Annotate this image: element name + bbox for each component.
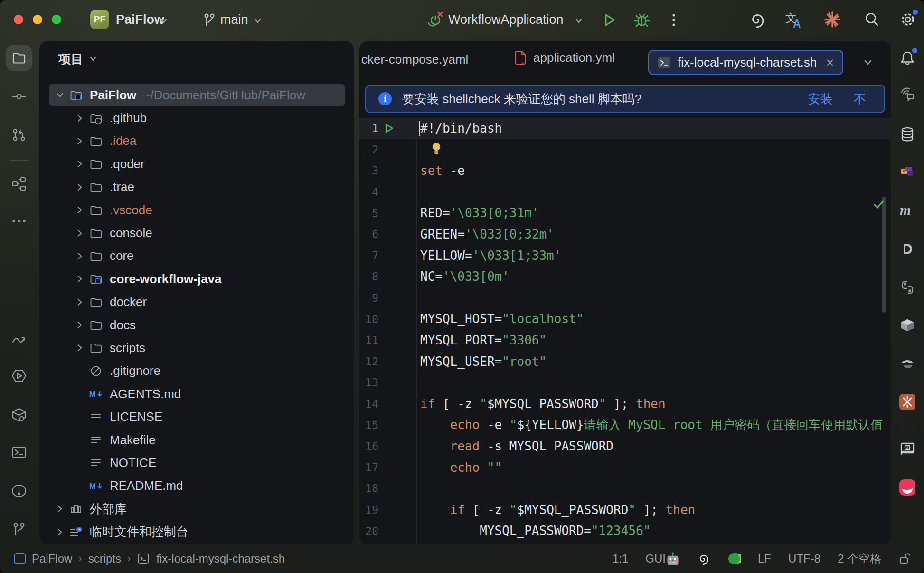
tree-item[interactable]: Makefile xyxy=(39,429,354,451)
more-tools-button[interactable] xyxy=(6,208,32,234)
run-tool-button[interactable] xyxy=(6,363,32,389)
run-configuration-selector[interactable]: WorkflowApplication xyxy=(448,12,564,27)
run-button[interactable] xyxy=(601,11,617,29)
tab-application-yml[interactable]: y application.yml xyxy=(514,49,615,66)
chevron-down-icon[interactable] xyxy=(52,87,68,103)
input-mode-widget[interactable]: GUI🤖 xyxy=(645,552,680,565)
tree-item[interactable]: MAGENTS.md xyxy=(39,382,354,405)
tab-docker-compose[interactable]: cker-compose.yaml xyxy=(361,52,468,67)
minimize-window-button[interactable] xyxy=(33,15,42,24)
version-control-tool-button[interactable] xyxy=(6,516,32,542)
tree-item[interactable]: .idea xyxy=(39,130,354,153)
tab-fix-local-mysql-charset[interactable]: fix-local-mysql-charset.sh xyxy=(648,50,843,75)
editor-scrollbar[interactable] xyxy=(882,197,886,313)
zoom-window-button[interactable] xyxy=(52,15,61,24)
mybatis-icon[interactable] xyxy=(895,160,920,185)
chevron-right-icon[interactable] xyxy=(72,340,88,356)
tree-item[interactable]: scripts xyxy=(39,336,354,359)
notifications-bell-icon[interactable] xyxy=(895,46,920,71)
tree-item[interactable]: .qoder xyxy=(39,153,354,175)
chevron-right-icon[interactable] xyxy=(72,133,88,149)
project-switcher[interactable]: PaiFlow xyxy=(116,12,164,27)
chevron-right-icon[interactable] xyxy=(72,317,88,333)
tree-item[interactable]: 临时文件和控制台 xyxy=(39,520,354,543)
spiral-status-icon[interactable] xyxy=(697,552,710,565)
close-window-button[interactable] xyxy=(14,15,23,24)
breadcrumb-file[interactable]: fix-local-mysql-charset.sh xyxy=(156,552,285,565)
intention-bulb-icon[interactable] xyxy=(431,142,442,156)
debug-button[interactable] xyxy=(633,10,651,29)
tree-item[interactable]: LICENSE xyxy=(39,405,354,428)
tree-item[interactable]: .vscode xyxy=(39,199,354,221)
breadcrumb-project[interactable]: PaiFlow xyxy=(32,552,72,565)
tree-item[interactable]: docs xyxy=(39,314,354,336)
tree-item[interactable]: core-workflow-java xyxy=(39,267,354,290)
breadcrumb-folder[interactable]: scripts xyxy=(88,552,121,565)
install-shellcheck-link[interactable]: 安装 xyxy=(808,91,833,107)
translate-icon[interactable]: 文A xyxy=(784,10,803,29)
commit-tool-button[interactable] xyxy=(6,84,32,109)
run-line-icon[interactable] xyxy=(383,123,395,134)
plugin-puzzle-icon[interactable] xyxy=(895,351,920,376)
chevron-right-icon[interactable] xyxy=(72,156,88,172)
chevron-right-icon[interactable] xyxy=(72,294,88,310)
spiral-icon[interactable] xyxy=(748,10,766,29)
chevron-right-icon[interactable] xyxy=(72,110,88,126)
orange-tools-icon[interactable] xyxy=(895,389,920,415)
chevron-right-icon[interactable] xyxy=(52,524,68,540)
pull-requests-tool-button[interactable] xyxy=(6,122,32,148)
project-tree[interactable]: PaiFlow~/Documents/GitHub/PaiFlow.github… xyxy=(39,84,354,544)
artifact-box-icon[interactable] xyxy=(895,313,920,338)
dismiss-link[interactable]: 不 xyxy=(854,91,866,107)
search-icon[interactable] xyxy=(863,11,880,28)
leaf-plugin-status-icon[interactable] xyxy=(727,552,741,565)
tree-item[interactable]: .gitignore xyxy=(39,360,354,382)
ai-assistant-icon[interactable] xyxy=(895,81,920,107)
tab-list-chevron-icon[interactable] xyxy=(862,56,874,68)
build-tool-button[interactable] xyxy=(6,402,32,428)
tree-item[interactable]: core xyxy=(39,245,354,267)
packages-icon[interactable] xyxy=(895,275,920,300)
indent-widget[interactable]: 2 个空格 xyxy=(838,551,881,566)
tree-item[interactable]: .trae xyxy=(39,176,354,199)
chevron-right-icon[interactable] xyxy=(72,271,88,287)
chevron-down-icon[interactable] xyxy=(88,54,98,64)
tree-item[interactable]: .github xyxy=(39,106,354,129)
close-tab-icon[interactable] xyxy=(825,58,835,67)
more-actions-kebab-icon[interactable] xyxy=(669,12,679,28)
chevron-right-icon[interactable] xyxy=(52,501,68,517)
chevron-right-icon[interactable] xyxy=(72,225,88,241)
terminal-tool-button[interactable] xyxy=(6,439,32,465)
tree-item-root[interactable]: PaiFlow~/Documents/GitHub/PaiFlow xyxy=(49,84,345,106)
starburst-icon[interactable] xyxy=(823,10,841,29)
code-editor[interactable]: 1#!/bin/bash23set -e45RED='\033[0;31m'6G… xyxy=(359,118,891,544)
dictionary-book-icon[interactable]: A xyxy=(895,436,920,462)
unlocked-icon[interactable] xyxy=(898,552,911,566)
tree-item[interactable]: NOTICE xyxy=(39,451,354,474)
tree-item[interactable]: docker xyxy=(39,291,354,314)
line-separator-widget[interactable]: LF xyxy=(758,552,771,565)
branch-switcher[interactable]: main xyxy=(220,12,248,27)
encoding-widget[interactable]: UTF-8 xyxy=(788,552,820,565)
chevron-right-icon[interactable] xyxy=(72,202,88,218)
red-swoosh-icon[interactable] xyxy=(895,475,920,500)
chevron-down-icon xyxy=(253,16,263,26)
maven-icon[interactable]: m xyxy=(895,198,920,223)
project-avatar[interactable]: PF xyxy=(90,10,109,29)
services-tool-button[interactable] xyxy=(6,326,32,352)
project-tool-button[interactable] xyxy=(6,45,32,71)
caret-position-widget[interactable]: 1:1 xyxy=(613,552,628,565)
structure-tool-button[interactable] xyxy=(6,171,32,197)
problems-tool-button[interactable] xyxy=(6,478,32,504)
code-line: 16 read -s MYSQL_PASSWORD xyxy=(359,436,891,457)
database-icon[interactable] xyxy=(895,122,920,147)
tree-item[interactable]: 外部库 xyxy=(39,497,354,520)
tree-item[interactable]: console xyxy=(39,221,354,244)
letter-d-plugin-icon[interactable] xyxy=(895,236,920,262)
tree-item[interactable]: MREADME.md xyxy=(39,475,354,497)
chevron-right-icon[interactable] xyxy=(72,248,88,264)
chevron-right-icon[interactable] xyxy=(72,179,88,195)
settings-gear-icon[interactable] xyxy=(899,11,916,28)
code-line: 12MYSQL_USER="root" xyxy=(359,351,891,372)
shellcheck-banner: i 要安装 shellcheck 来验证您的 shell 脚本吗? 安装 不 xyxy=(365,85,885,113)
